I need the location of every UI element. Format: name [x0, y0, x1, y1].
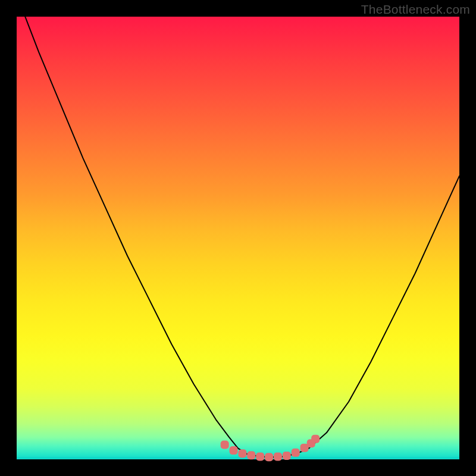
chart-plot-area — [17, 17, 459, 459]
chart-svg — [17, 17, 459, 459]
watermark-text: TheBottleneck.com — [361, 2, 470, 17]
curve-marker — [265, 453, 273, 461]
curve-marker — [238, 449, 246, 458]
curve-marker — [292, 449, 300, 457]
marker-group — [221, 435, 320, 462]
curve-marker — [311, 435, 320, 443]
curve-marker — [274, 453, 282, 461]
curve-marker — [221, 440, 229, 449]
chart-frame: TheBottleneck.com — [0, 0, 476, 476]
curve-marker — [247, 451, 255, 459]
curve-marker — [230, 446, 238, 455]
curve-marker — [256, 453, 264, 461]
curve-path — [17, 0, 459, 457]
curve-marker — [283, 452, 291, 460]
